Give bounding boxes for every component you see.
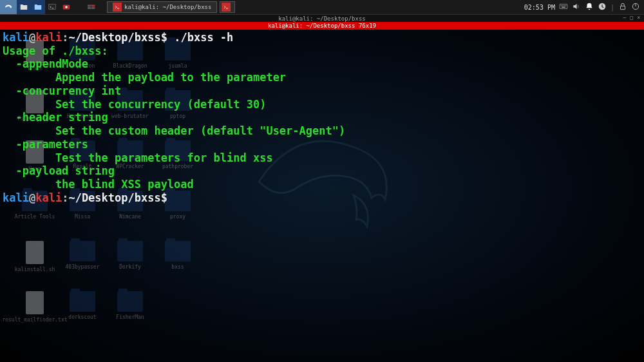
terminal-body[interactable]: kali@kali:~/Desktop/bxss$ ./bxss -h Usag… (0, 30, 644, 362)
prompt-host: kali (35, 191, 62, 204)
terminal-title-text: kali@kali: ~/Desktop/bxss (278, 15, 365, 22)
terminal-launcher-icon[interactable] (45, 0, 59, 14)
terminal-titlebar[interactable]: kali@kali: ~/Desktop/bxss — □ × (0, 14, 644, 22)
svg-point-2 (65, 6, 68, 8)
output-line: -payload string (3, 164, 115, 177)
close-button[interactable]: × (637, 15, 640, 21)
output-line: Set the custom header (default "User-Age… (3, 124, 345, 137)
prompt-host: kali (35, 31, 62, 44)
minimize-button[interactable]: — (623, 15, 627, 21)
prompt-colon: : (62, 191, 68, 204)
prompt-dollar: $ (161, 31, 167, 44)
svg-rect-9 (562, 5, 563, 6)
terminal-window: kali@kali: ~/Desktop/bxss — □ × kali@kal… (0, 14, 644, 362)
volume-icon[interactable] (572, 2, 581, 12)
kali-menu-icon[interactable] (0, 0, 17, 14)
output-line: -appendMode (3, 57, 88, 70)
svg-rect-3 (88, 5, 91, 6)
taskbar-window-small[interactable] (220, 1, 235, 13)
clock[interactable]: 02:53 PM (524, 4, 555, 11)
taskbar-window[interactable]: kali@kali: ~/Desktop/bxss (107, 1, 217, 13)
files2-icon[interactable] (31, 0, 45, 14)
files-icon[interactable] (17, 0, 31, 14)
prompt-colon: : (62, 31, 68, 44)
power-icon[interactable] (631, 2, 640, 12)
terminal-icon (222, 3, 231, 12)
prompt-at: @ (29, 191, 35, 204)
keyboard-icon[interactable] (559, 2, 568, 12)
update-icon[interactable] (598, 2, 607, 12)
prompt-dollar: $ (161, 191, 167, 204)
svg-rect-14 (621, 6, 625, 9)
svg-rect-6 (91, 7, 95, 9)
output-line: the blind XSS payload (3, 178, 194, 191)
svg-rect-0 (49, 4, 56, 9)
workspace-switcher[interactable] (85, 0, 98, 14)
maximize-button[interactable]: □ (630, 15, 633, 21)
svg-rect-10 (564, 5, 565, 6)
lock-icon[interactable] (618, 2, 627, 12)
taskbar-window-title: kali@kali: ~/Desktop/bxss (124, 4, 211, 10)
prompt-user: kali (3, 31, 29, 44)
svg-rect-11 (565, 5, 566, 6)
svg-rect-12 (562, 7, 565, 8)
output-line: Test the parameters for blind xss (3, 151, 273, 164)
svg-rect-8 (561, 5, 562, 6)
svg-rect-7 (560, 5, 567, 9)
taskbar: kali@kali: ~/Desktop/bxss 02:53 PM | (0, 0, 644, 14)
recorder-icon[interactable] (59, 0, 73, 14)
output-line: Append the payload to the parameter (3, 71, 286, 84)
svg-rect-4 (91, 5, 95, 6)
command-text: ./bxss -h (174, 31, 233, 44)
output-line: -header string (3, 111, 108, 124)
terminal-icon (113, 3, 122, 12)
prompt-path: ~/Desktop/bxss (68, 191, 160, 204)
svg-rect-5 (88, 7, 91, 9)
terminal-tab-label: kali@kali: ~/Desktop/bxss 76x19 (268, 23, 376, 29)
prompt-path: ~/Desktop/bxss (68, 31, 160, 44)
output-line: -concurrency int (3, 84, 121, 97)
terminal-tab[interactable]: kali@kali: ~/Desktop/bxss 76x19 (0, 22, 644, 30)
output-line: Set the concurrency (default 30) (3, 98, 266, 111)
prompt-user: kali (3, 191, 29, 204)
prompt-at: @ (29, 31, 35, 44)
separator: | (611, 4, 614, 11)
notifications-icon[interactable] (585, 2, 594, 12)
output-line: -parameters (3, 138, 88, 151)
output-line: Usage of ./bxss: (3, 44, 108, 57)
